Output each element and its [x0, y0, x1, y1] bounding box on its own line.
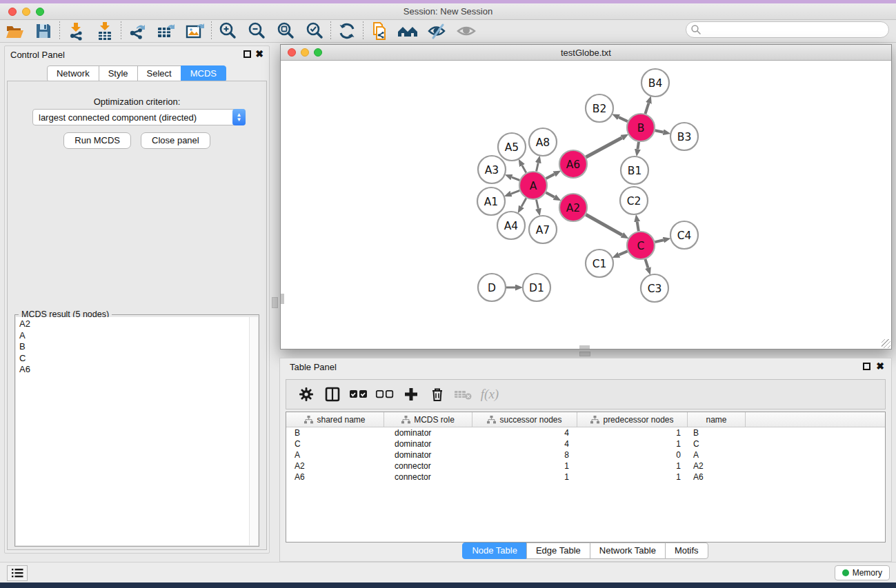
edge-A-A7[interactable]: [536, 200, 538, 209]
float-panel-icon[interactable]: [243, 50, 251, 58]
table-row[interactable]: A2connector11A2: [286, 460, 885, 472]
result-scrollbar[interactable]: [249, 317, 258, 545]
mcds-result-list[interactable]: A2ABCA6: [16, 317, 258, 545]
column-header-predecessor-nodes[interactable]: predecessor nodes: [577, 412, 688, 427]
column-header-shared-name[interactable]: shared name: [286, 412, 384, 427]
column-header-MCDS-role[interactable]: MCDS role: [384, 412, 472, 427]
apply-layout-icon[interactable]: [332, 21, 361, 41]
export-network-icon[interactable]: [123, 21, 152, 41]
zoom-fit-icon[interactable]: [271, 21, 300, 41]
show-columns-icon[interactable]: [319, 382, 346, 407]
tab-motifs[interactable]: Motifs: [665, 543, 708, 559]
edge-A-A4[interactable]: [521, 198, 526, 206]
result-item[interactable]: C: [19, 353, 258, 365]
open-session-icon[interactable]: [0, 21, 29, 41]
edge-B-B3[interactable]: [655, 130, 664, 132]
float-table-panel-icon[interactable]: [863, 363, 870, 370]
delete-table-icon[interactable]: [450, 382, 477, 407]
vertical-splitter-handle[interactable]: [272, 297, 278, 308]
edge-A-A1[interactable]: [511, 190, 519, 194]
edge-C-C4[interactable]: [655, 240, 663, 242]
tab-node-table[interactable]: Node Table: [462, 543, 527, 559]
result-item[interactable]: B: [19, 341, 258, 353]
tab-network-table[interactable]: Network Table: [590, 543, 666, 559]
edge-C-C3[interactable]: [645, 259, 648, 268]
table-tabs: Node TableEdge TableNetwork TableMotifs: [280, 543, 891, 559]
node-label-B2: B2: [593, 103, 607, 115]
edge-A2-C[interactable]: [586, 214, 622, 235]
table-cell: 1: [577, 460, 688, 472]
deselect-all-icon[interactable]: [372, 382, 398, 407]
table-row[interactable]: Bdominator41B: [286, 427, 885, 438]
save-session-icon[interactable]: [29, 21, 58, 41]
tab-select[interactable]: Select: [137, 65, 181, 82]
node-label-B4: B4: [648, 77, 663, 90]
result-item[interactable]: A6: [19, 364, 258, 376]
edge-A-A8[interactable]: [537, 163, 539, 171]
toolbar-separator: [363, 21, 364, 41]
tab-edge-table[interactable]: Edge Table: [526, 543, 590, 559]
zoom-in-icon[interactable]: [213, 21, 242, 41]
table-row[interactable]: Adominator80A: [286, 449, 885, 460]
search-input[interactable]: [701, 23, 888, 36]
table-cell: 1: [577, 438, 688, 449]
window-resize-grip[interactable]: [882, 339, 890, 348]
edge-B-B1[interactable]: [637, 142, 639, 150]
clone-network-icon[interactable]: [365, 21, 394, 41]
select-all-icon[interactable]: [346, 382, 372, 407]
memory-button[interactable]: Memory: [835, 565, 890, 580]
run-mcds-button[interactable]: Run MCDS: [63, 132, 131, 149]
first-neighbors-icon[interactable]: [394, 21, 423, 41]
node-table: shared nameMCDS rolesuccessor nodesprede…: [286, 412, 886, 543]
network-canvas[interactable]: B4B2BB3A8A5A6A3B1AC2A1A2A4A7C4CC1DD1C3: [281, 61, 891, 349]
column-header-name[interactable]: name: [688, 412, 746, 427]
edge-A-A6[interactable]: [546, 174, 555, 179]
close-table-panel-icon[interactable]: ✖: [876, 361, 884, 372]
node-label-B1: B1: [628, 165, 642, 177]
import-network-icon[interactable]: [61, 21, 90, 41]
tab-style[interactable]: Style: [99, 65, 138, 82]
result-item[interactable]: A2: [19, 318, 258, 330]
edge-C-C1[interactable]: [619, 251, 627, 254]
edge-C-C2[interactable]: [637, 222, 639, 232]
hide-details-icon[interactable]: [423, 21, 452, 41]
edge-B-B4[interactable]: [645, 103, 648, 114]
memory-label: Memory: [853, 568, 882, 578]
table-panel-header: Table Panel ✖: [280, 358, 891, 375]
export-table-icon[interactable]: [152, 21, 181, 41]
close-panel-icon[interactable]: ✖: [255, 48, 263, 59]
close-panel-button[interactable]: Close panel: [141, 132, 210, 149]
table-row[interactable]: A6connector11A6: [286, 472, 885, 483]
edge-A-A5[interactable]: [522, 165, 526, 173]
delete-columns-icon[interactable]: [424, 382, 450, 407]
edge-A-A3[interactable]: [512, 177, 519, 180]
import-table-icon[interactable]: [90, 21, 119, 41]
export-image-icon[interactable]: [181, 21, 210, 41]
add-column-icon[interactable]: [398, 382, 424, 407]
table-cell: 4: [472, 438, 577, 449]
horizontal-splitter-handle[interactable]: [579, 352, 590, 356]
table-row[interactable]: Cdominator41C: [286, 438, 885, 449]
show-details-icon[interactable]: [452, 21, 481, 41]
zoom-selected-icon[interactable]: [300, 21, 329, 41]
result-item[interactable]: A: [19, 330, 258, 342]
canvas-vscroll-thumb[interactable]: [281, 294, 284, 304]
network-window-titlebar[interactable]: testGlobe.txt: [281, 45, 891, 61]
canvas-hscroll-thumb[interactable]: [579, 345, 590, 349]
edge-B-B2[interactable]: [619, 117, 628, 121]
edge-A6-B[interactable]: [586, 138, 621, 157]
node-table-body: Bdominator41BCdominator41CAdominator80AA…: [286, 427, 885, 483]
table-mode-gear-icon[interactable]: [293, 382, 319, 407]
node-label-A5: A5: [505, 141, 519, 154]
task-history-button[interactable]: [7, 565, 28, 581]
tab-mcds[interactable]: MCDS: [181, 65, 226, 82]
toolbar-separator: [330, 21, 331, 41]
tab-network[interactable]: Network: [47, 65, 99, 82]
edge-A-A2[interactable]: [546, 192, 554, 197]
node-label-D1: D1: [529, 282, 544, 294]
zoom-out-icon[interactable]: [242, 21, 271, 41]
node-label-A: A: [530, 180, 537, 192]
function-builder-icon[interactable]: f(x): [477, 382, 503, 407]
criterion-select[interactable]: largest connected component (directed) ▲…: [32, 109, 246, 125]
column-header-successor-nodes[interactable]: successor nodes: [472, 412, 577, 427]
